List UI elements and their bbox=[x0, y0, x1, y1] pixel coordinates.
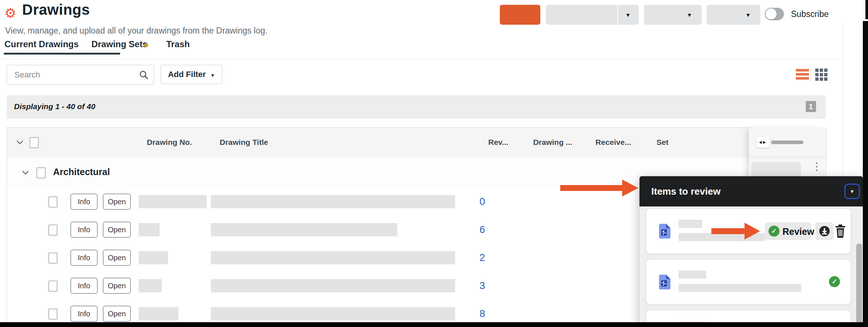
gear-icon[interactable]: ⚙ bbox=[4, 7, 16, 20]
review-card: ✓ bbox=[646, 260, 851, 305]
chevron-down-icon: ▼ bbox=[850, 189, 855, 194]
tab-trash[interactable]: Trash bbox=[166, 39, 190, 49]
results-bar: Displaying 1 - 40 of 40 1 bbox=[7, 95, 826, 119]
row-checkbox[interactable] bbox=[48, 281, 57, 292]
row-checkbox[interactable] bbox=[48, 253, 57, 264]
item-name-placeholder bbox=[679, 271, 706, 279]
table-header-row: Drawing No. Drawing Title Rev... Drawing… bbox=[7, 128, 826, 158]
select-all-checkbox[interactable] bbox=[29, 137, 39, 148]
item-detail-placeholder bbox=[679, 284, 801, 292]
kebab-menu-icon[interactable]: ⋮ bbox=[812, 161, 822, 173]
page-number-badge[interactable]: 1 bbox=[806, 101, 816, 112]
window-scrollbar-edge[interactable] bbox=[863, 21, 868, 327]
revision-link[interactable]: 0 bbox=[480, 196, 485, 208]
list-view-icon[interactable] bbox=[796, 69, 809, 80]
group-checkbox[interactable] bbox=[36, 167, 46, 178]
trash-icon[interactable] bbox=[835, 225, 846, 238]
frozen-column-header: ◀▶ bbox=[749, 127, 826, 157]
chevron-down-icon: ▼ bbox=[687, 12, 692, 18]
header-dropdown-2[interactable]: ▼ bbox=[644, 5, 702, 25]
drawing-title-placeholder bbox=[211, 279, 455, 292]
drawing-no-placeholder bbox=[139, 251, 168, 264]
primary-action-button[interactable] bbox=[500, 5, 540, 25]
open-button[interactable]: Open bbox=[103, 194, 131, 210]
subscribe-label: Subscribe bbox=[791, 9, 829, 19]
items-to-review-panel: Items to review ▼ bbox=[639, 176, 863, 327]
toggle-knob bbox=[766, 8, 777, 20]
info-button[interactable]: Info bbox=[70, 194, 98, 210]
drawing-title-placeholder bbox=[211, 307, 455, 320]
group-label: Architectural bbox=[53, 167, 110, 177]
chevron-down-icon[interactable] bbox=[16, 139, 24, 146]
info-button[interactable]: Info bbox=[70, 278, 98, 294]
tab-notification-dot bbox=[144, 43, 148, 47]
panel-collapse-button[interactable]: ▼ bbox=[844, 184, 860, 199]
add-filter-label: Add Filter bbox=[168, 70, 206, 79]
add-filter-button[interactable]: Add Filter▼ bbox=[161, 65, 222, 84]
panel-body: ✓ Review bbox=[639, 206, 863, 327]
grid-view-icon[interactable] bbox=[815, 69, 827, 81]
results-count: Displaying 1 - 40 of 40 bbox=[14, 102, 95, 111]
search-icon[interactable] bbox=[139, 70, 149, 81]
row-checkbox[interactable] bbox=[48, 196, 57, 208]
check-circle-icon: ✓ bbox=[768, 226, 780, 237]
row-checkbox[interactable] bbox=[48, 225, 57, 236]
item-detail-placeholder bbox=[679, 233, 765, 241]
column-header-drawing-no[interactable]: Drawing No. bbox=[133, 138, 206, 147]
panel-header: Items to review ▼ bbox=[639, 176, 863, 206]
column-header-rev[interactable]: Rev... bbox=[474, 138, 523, 147]
info-button[interactable]: Info bbox=[70, 250, 98, 266]
drawing-no-placeholder bbox=[139, 195, 207, 208]
drawing-no-placeholder bbox=[139, 307, 178, 320]
open-button[interactable]: Open bbox=[103, 278, 131, 294]
active-tab-underline bbox=[4, 53, 120, 55]
search-box bbox=[7, 65, 154, 85]
column-header-drawing-date[interactable]: Drawing ... bbox=[523, 138, 583, 147]
dropdown-divider bbox=[617, 5, 618, 25]
drawing-title-placeholder bbox=[211, 195, 455, 208]
column-resize-track bbox=[771, 140, 803, 144]
column-header-drawing-title[interactable]: Drawing Title bbox=[220, 138, 268, 147]
window-edge-top bbox=[865, 0, 868, 19]
tab-current-drawings[interactable]: Current Drawings bbox=[4, 39, 79, 49]
page-subtitle: View, manage, and upload all of your dra… bbox=[5, 26, 268, 36]
revision-link[interactable]: 8 bbox=[480, 308, 485, 320]
header-dropdown-3[interactable]: ▼ bbox=[707, 5, 760, 25]
drawing-title-placeholder bbox=[211, 223, 397, 236]
revision-link[interactable]: 2 bbox=[480, 252, 485, 264]
column-resize-icon[interactable]: ◀▶ bbox=[756, 137, 770, 148]
panel-title: Items to review bbox=[651, 186, 721, 197]
column-header-received[interactable]: Receive... bbox=[583, 138, 644, 147]
review-button-label: Review bbox=[782, 226, 814, 237]
tab-drawing-sets[interactable]: Drawing Sets bbox=[91, 39, 147, 49]
check-circle-icon: ✓ bbox=[829, 276, 840, 287]
panel-scrollbar[interactable] bbox=[856, 243, 862, 327]
subscribe-toggle[interactable] bbox=[765, 8, 784, 20]
chevron-down-icon[interactable] bbox=[22, 170, 29, 176]
window-edge-bottom bbox=[0, 322, 868, 327]
drawing-no-placeholder bbox=[139, 279, 162, 292]
tabs-divider bbox=[0, 59, 844, 59]
drawing-file-icon bbox=[659, 275, 670, 291]
review-button[interactable]: ✓ Review bbox=[765, 222, 811, 240]
revision-link[interactable]: 3 bbox=[480, 280, 485, 292]
column-header-set[interactable]: Set bbox=[656, 138, 669, 147]
open-button[interactable]: Open bbox=[103, 306, 131, 322]
header-dropdown-1[interactable]: ▼ bbox=[546, 5, 639, 25]
drawing-file-icon bbox=[659, 224, 670, 240]
revision-link[interactable]: 6 bbox=[480, 224, 485, 236]
page-title: Drawings bbox=[22, 1, 90, 18]
info-button[interactable]: Info bbox=[70, 222, 98, 238]
chevron-down-icon: ▼ bbox=[745, 12, 751, 18]
drawing-no-placeholder bbox=[139, 223, 160, 236]
search-input[interactable] bbox=[14, 65, 137, 84]
drawings-page: ⚙ Drawings View, manage, and upload all … bbox=[0, 0, 868, 327]
info-button[interactable]: Info bbox=[70, 306, 98, 322]
open-button[interactable]: Open bbox=[103, 250, 131, 266]
frozen-cell-placeholder bbox=[751, 162, 801, 178]
row-checkbox[interactable] bbox=[48, 309, 57, 320]
view-toggle-divider bbox=[811, 67, 811, 82]
open-button[interactable]: Open bbox=[103, 222, 131, 238]
chevron-down-icon: ▼ bbox=[625, 12, 631, 18]
download-button[interactable] bbox=[815, 222, 834, 240]
